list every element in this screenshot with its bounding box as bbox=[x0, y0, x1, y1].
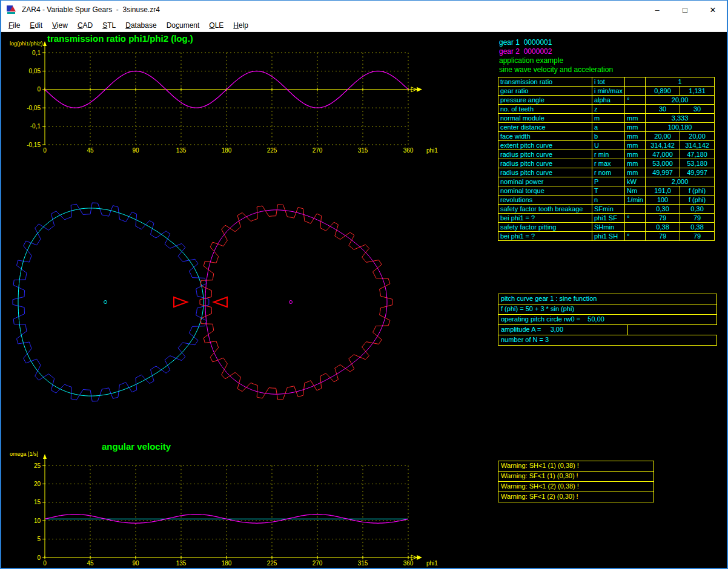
param-cell-val: 47,180 bbox=[680, 150, 715, 159]
svg-text:-0,1: -0,1 bbox=[30, 123, 41, 130]
param-cell-val: 49,997 bbox=[680, 168, 715, 177]
menu-item-edit[interactable]: Edit bbox=[25, 19, 47, 31]
param-cell-sym: m bbox=[592, 114, 625, 123]
param-cell-name: gear ratio bbox=[498, 87, 592, 96]
param-cell-val: 79 bbox=[646, 232, 680, 241]
param-cell-unit: 1/min bbox=[625, 196, 646, 205]
svg-text:45: 45 bbox=[87, 560, 94, 567]
param-cell-sym: alpha bbox=[592, 96, 625, 105]
svg-text:0,05: 0,05 bbox=[29, 68, 41, 74]
param-cell-val: 0,30 bbox=[646, 205, 680, 214]
param-cell-name: center distance bbox=[498, 123, 592, 132]
param-row: no. of teethz3030 bbox=[498, 105, 715, 114]
param-row: radius pitch curver minmm47,00047,180 bbox=[498, 150, 715, 159]
param-cell-name: pressure angle bbox=[498, 96, 592, 105]
param-cell-unit: kW bbox=[625, 177, 646, 186]
svg-text:45: 45 bbox=[87, 147, 94, 154]
param-cell-name: safety factor tooth breakage bbox=[498, 205, 592, 214]
param-cell-unit bbox=[625, 77, 646, 87]
svg-text:-0,15: -0,15 bbox=[27, 142, 41, 148]
param-cell-sym: r nom bbox=[592, 168, 625, 177]
param-cell-val: 79 bbox=[680, 232, 715, 241]
param-cell-val: 314,142 bbox=[646, 141, 680, 150]
pitch-info-row: amplitude A = 3,00 bbox=[498, 324, 628, 335]
menu-item-ole[interactable]: OLE bbox=[204, 19, 228, 31]
pitch-info-row: number of N = 3 bbox=[498, 335, 717, 346]
param-cell-val: f (phi) bbox=[680, 196, 715, 205]
gear-parameters-table: transmission ratioi tot1gear ratioi min/… bbox=[498, 77, 715, 241]
maximize-button[interactable]: □ bbox=[671, 1, 699, 19]
param-cell-unit bbox=[625, 105, 646, 114]
title-bar[interactable]: ZAR4 - Variable Spur Gears - 3sinuse.zr4… bbox=[1, 1, 727, 19]
param-row: safety factor pittingSHmin0,380,38 bbox=[498, 223, 715, 232]
angular-velocity-chart: 051015202504590135180225270315360phi1 bbox=[1, 450, 462, 568]
param-cell-sym: phi1 SH bbox=[592, 232, 625, 241]
menu-item-file[interactable]: File bbox=[4, 19, 25, 31]
app-window: ZAR4 - Variable Spur Gears - 3sinuse.zr4… bbox=[0, 0, 728, 569]
param-cell-unit: mm bbox=[625, 114, 646, 123]
svg-text:360: 360 bbox=[403, 147, 414, 154]
application-subtitle: sine wave velocity and acceleration bbox=[499, 65, 613, 74]
svg-text:225: 225 bbox=[267, 560, 277, 567]
param-cell-sym: U bbox=[592, 141, 625, 150]
pitch-curve-info-table: pitch curve gear 1 : sine functionf (phi… bbox=[498, 294, 717, 346]
param-cell-unit bbox=[625, 205, 646, 214]
menu-item-database[interactable]: Database bbox=[121, 19, 161, 31]
menu-bar: FileEditViewCADSTLDatabaseDocumentOLEHel… bbox=[1, 19, 727, 32]
param-cell-val: 0,30 bbox=[680, 205, 715, 214]
param-cell-unit: Nm bbox=[625, 186, 646, 196]
menu-item-stl[interactable]: STL bbox=[98, 19, 121, 31]
param-cell-val: 53,000 bbox=[646, 159, 680, 168]
param-row: nominal torqueTNm191,0f (phi) bbox=[498, 186, 715, 196]
svg-text:180: 180 bbox=[222, 560, 232, 567]
svg-text:0: 0 bbox=[37, 554, 41, 561]
svg-text:25: 25 bbox=[34, 462, 41, 469]
menu-item-view[interactable]: View bbox=[47, 19, 73, 31]
svg-text:5: 5 bbox=[37, 536, 41, 542]
warning-row: Warning: SH<1 (1) (0,38) ! bbox=[498, 461, 654, 472]
gear1-id-label: gear 1 0000001 bbox=[499, 38, 552, 47]
param-cell-sym: r min bbox=[592, 150, 625, 159]
svg-text:15: 15 bbox=[34, 499, 41, 505]
param-cell-unit: mm bbox=[625, 159, 646, 168]
param-row: gear ratioi min/max0,8901,131 bbox=[498, 87, 715, 96]
param-cell-val: 0,38 bbox=[680, 223, 715, 232]
menu-item-document[interactable]: Document bbox=[162, 19, 205, 31]
close-button[interactable]: ✕ bbox=[699, 1, 727, 19]
param-cell-name: no. of teeth bbox=[498, 105, 592, 114]
param-cell-sym: T bbox=[592, 186, 625, 196]
svg-text:90: 90 bbox=[132, 560, 139, 567]
param-cell-sym: SFmin bbox=[592, 205, 625, 214]
param-cell-name: radius pitch curve bbox=[498, 150, 592, 159]
param-cell-val: 79 bbox=[680, 214, 715, 223]
param-cell-val: 20,00 bbox=[680, 132, 715, 141]
param-cell-unit: ° bbox=[625, 214, 646, 223]
param-cell-val: 53,180 bbox=[680, 159, 715, 168]
minimize-button[interactable]: – bbox=[643, 1, 671, 19]
param-cell-sym: i min/max bbox=[592, 87, 625, 96]
warning-row: Warning: SF<1 (2) (0,30) ! bbox=[498, 492, 654, 502]
param-cell-val: 2,000 bbox=[646, 177, 715, 186]
menu-item-cad[interactable]: CAD bbox=[73, 19, 98, 31]
svg-text:0: 0 bbox=[43, 147, 47, 154]
param-row: nominal powerPkW2,000 bbox=[498, 177, 715, 186]
param-cell-val: 3,333 bbox=[646, 114, 715, 123]
param-cell-sym: P bbox=[592, 177, 625, 186]
svg-text:315: 315 bbox=[358, 560, 368, 567]
param-row: pressure anglealpha°20,00 bbox=[498, 96, 715, 105]
svg-text:135: 135 bbox=[176, 560, 187, 567]
warning-row: Warning: SF<1 (1) (0,30) ! bbox=[498, 471, 654, 482]
pitch-info-row: pitch curve gear 1 : sine function bbox=[498, 294, 717, 304]
param-cell-name: radius pitch curve bbox=[498, 168, 592, 177]
svg-text:270: 270 bbox=[313, 147, 323, 154]
menu-item-help[interactable]: Help bbox=[228, 19, 253, 31]
param-cell-val: 20,00 bbox=[646, 96, 715, 105]
warnings-table: Warning: SH<1 (1) (0,38) !Warning: SF<1 … bbox=[498, 461, 654, 502]
gear-pair-drawing bbox=[1, 177, 468, 438]
param-cell-val: 30 bbox=[646, 105, 680, 114]
param-row: revolutionsn1/min100f (phi) bbox=[498, 196, 715, 205]
param-cell-val: 314,142 bbox=[680, 141, 715, 150]
param-cell-val: 79 bbox=[646, 214, 680, 223]
param-cell-unit: mm bbox=[625, 168, 646, 177]
param-cell-sym: b bbox=[592, 132, 625, 141]
